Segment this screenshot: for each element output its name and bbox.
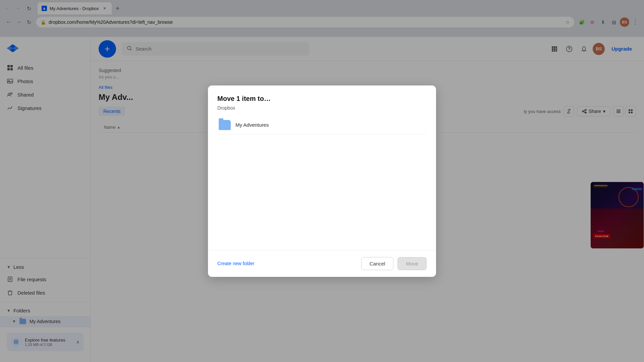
- modal-backdrop[interactable]: Move 1 item to… Dropbox My Adventures Cr…: [0, 0, 644, 362]
- cancel-button[interactable]: Cancel: [361, 257, 394, 270]
- folder-list-item[interactable]: My Adventures: [217, 116, 427, 134]
- move-button[interactable]: Move: [397, 257, 427, 270]
- create-folder-button[interactable]: Create new folder: [217, 261, 255, 266]
- modal-action-buttons: Cancel Move: [361, 257, 427, 270]
- modal-header: Move 1 item to… Dropbox: [208, 85, 436, 116]
- folder-list-folder-icon: [219, 120, 231, 130]
- modal-footer: Create new folder Cancel Move: [208, 250, 436, 277]
- modal-body: My Adventures: [208, 116, 436, 250]
- modal-title: Move 1 item to…: [217, 95, 427, 103]
- folder-list-name: My Adventures: [235, 122, 269, 128]
- move-dialog: Move 1 item to… Dropbox My Adventures Cr…: [208, 85, 436, 277]
- modal-breadcrumb: Dropbox: [217, 105, 427, 111]
